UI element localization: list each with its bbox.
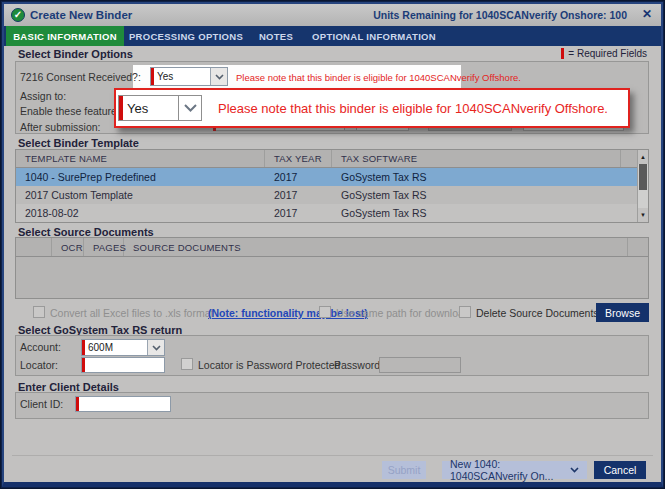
password-label: Password: [334, 359, 383, 371]
convert-excel-checkbox[interactable] [33, 306, 45, 318]
tab-notes[interactable]: NOTES [248, 26, 304, 46]
scrollbar-thumb[interactable] [639, 164, 647, 190]
source-table-header: OCR PAGES SOURCE DOCUMENTS [16, 238, 648, 257]
delete-source-checkbox[interactable] [459, 306, 471, 318]
required-marker-icon [82, 358, 85, 372]
client-id-input[interactable] [75, 396, 171, 412]
tab-basic-information[interactable]: BASIC INFORMATION [6, 26, 124, 46]
source-table-empty-body [16, 257, 648, 299]
account-dropdown[interactable]: 600M [81, 339, 165, 356]
consent-dropdown-magnified: Yes [118, 95, 202, 121]
consent-note-text: Please note that this binder is eligible… [236, 72, 521, 83]
browse-button[interactable]: Browse [596, 303, 649, 322]
account-label: Account: [20, 341, 61, 353]
cell-tax-software: GoSystem Tax RS [332, 189, 621, 201]
scrollbar-track[interactable] [638, 190, 648, 208]
column-ocr[interactable]: OCR [52, 238, 84, 256]
binder-template-table: TEMPLATE NAME TAX YEAR TAX SOFTWARE 1040… [15, 149, 649, 223]
cancel-button[interactable]: Cancel [594, 461, 646, 479]
cell-tax-year: 2017 [265, 171, 332, 183]
consent-dropdown-value: Yes [154, 71, 210, 82]
table-row[interactable]: 1040 - SurePrep Predefined 2017 GoSystem… [16, 168, 648, 186]
column-pages[interactable]: PAGES [84, 238, 124, 256]
binder-type-value: New 1040: 1040SCANverify On... [450, 458, 570, 482]
cell-tax-software: GoSystem Tax RS [332, 171, 621, 183]
cell-template-name: 1040 - SurePrep Predefined [16, 171, 265, 183]
footer-divider [12, 455, 653, 456]
required-marker-icon [76, 397, 79, 411]
column-source-documents[interactable]: SOURCE DOCUMENTS [124, 238, 628, 256]
source-documents-table: OCR PAGES SOURCE DOCUMENTS [15, 237, 649, 299]
binder-template-title: Select Binder Template [18, 137, 139, 149]
consent-value-magnified: Yes [123, 101, 178, 116]
cell-tax-year: 2017 [265, 207, 332, 219]
chevron-down-icon [210, 68, 227, 85]
dialog-frame: ✓ Create New Binder Units Remaining for … [2, 2, 663, 487]
title-bar: ✓ Create New Binder Units Remaining for … [4, 4, 661, 26]
template-table-scrollbar[interactable]: ▲ ▼ [637, 150, 648, 222]
dialog-title: Create New Binder [30, 9, 132, 21]
submit-button[interactable]: Submit [382, 461, 426, 479]
create-new-binder-dialog: ✓ Create New Binder Units Remaining for … [0, 0, 665, 489]
same-path-label: Use same path for download [336, 307, 470, 319]
consent-label: 7216 Consent Received?: [20, 71, 141, 83]
assign-to-label: Assign to: [20, 90, 66, 102]
locator-input[interactable] [81, 357, 165, 373]
delete-source-label: Delete Source Documents [476, 307, 599, 319]
chevron-down-icon [147, 340, 164, 355]
magnifier-callout: Yes Please note that this binder is elig… [114, 88, 630, 128]
consent-dropdown[interactable]: Yes [150, 67, 228, 86]
column-spacer [628, 238, 648, 256]
units-remaining-text: Units Remaining for 1040SCANverify Onsho… [373, 9, 627, 21]
close-icon[interactable]: ✕ [642, 7, 652, 21]
cell-template-name: 2018-08-02 [16, 207, 265, 219]
column-blank [16, 238, 52, 256]
column-tax-software[interactable]: TAX SOFTWARE [332, 150, 621, 167]
scroll-down-icon[interactable]: ▼ [638, 208, 648, 222]
client-id-label: Client ID: [20, 398, 63, 410]
table-row[interactable]: 2018-08-02 2017 GoSystem Tax RS [16, 204, 648, 222]
same-path-checkbox[interactable] [319, 306, 331, 318]
check-circle-icon: ✓ [11, 8, 25, 22]
account-dropdown-value: 600M [85, 342, 147, 353]
chevron-down-icon [570, 467, 579, 473]
consent-note-magnified: Please note that this binder is eligible… [218, 101, 608, 116]
tab-optional-information[interactable]: OPTIONAL INFORMATION [304, 26, 444, 46]
binder-options-title: Select Binder Options [18, 48, 133, 60]
tab-bar: BASIC INFORMATION PROCESSING OPTIONS NOT… [4, 26, 661, 46]
required-fields-legend: = Required Fields [561, 48, 647, 59]
password-input [379, 357, 461, 373]
column-template-name[interactable]: TEMPLATE NAME [16, 150, 265, 167]
chevron-down-icon [178, 96, 201, 120]
binder-type-dropdown[interactable]: New 1040: 1040SCANverify On... [442, 461, 587, 479]
tab-processing-options[interactable]: PROCESSING OPTIONS [124, 26, 248, 46]
cell-tax-software: GoSystem Tax RS [332, 207, 621, 219]
cell-template-name: 2017 Custom Template [16, 189, 265, 201]
required-marker-icon [561, 48, 564, 59]
scroll-up-icon[interactable]: ▲ [638, 150, 648, 164]
table-row[interactable]: 2017 Custom Template 2017 GoSystem Tax R… [16, 186, 648, 204]
enable-features-label: Enable these features: [20, 105, 125, 117]
column-tax-year[interactable]: TAX YEAR [265, 150, 332, 167]
template-table-header: TEMPLATE NAME TAX YEAR TAX SOFTWARE [16, 150, 648, 168]
after-submission-label: After submission: [20, 121, 101, 133]
required-fields-label: = Required Fields [568, 48, 647, 59]
locator-label: Locator: [20, 359, 58, 371]
cell-tax-year: 2017 [265, 189, 332, 201]
password-protected-label: Locator is Password Protected [198, 359, 340, 371]
password-protected-checkbox[interactable] [181, 358, 193, 370]
convert-excel-label: Convert all Excel files to .xls format [50, 307, 213, 319]
